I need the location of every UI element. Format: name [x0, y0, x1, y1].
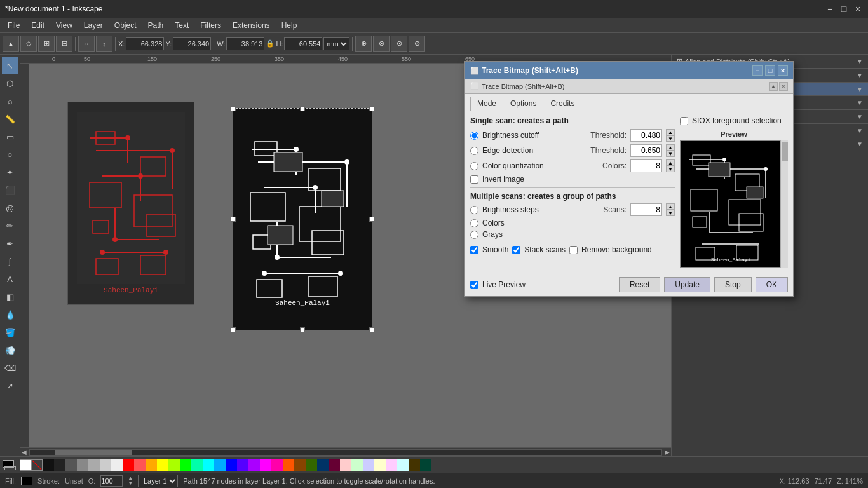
siox-label[interactable]: SIOX foreground selection — [692, 116, 782, 125]
menu-filters[interactable]: Filters — [195, 20, 226, 31]
stack-scans-checkbox[interactable] — [512, 246, 520, 254]
scroll-thumb[interactable] — [55, 450, 132, 455]
close-btn[interactable]: × — [853, 4, 863, 14]
smooth-checkbox[interactable] — [470, 246, 478, 254]
swatch-yellow-green[interactable] — [168, 459, 180, 471]
menu-help[interactable]: Help — [276, 20, 302, 31]
reset-button[interactable]: Reset — [619, 277, 660, 292]
tool-3d[interactable]: ⬛ — [2, 182, 18, 198]
color-quantization-radio[interactable] — [470, 162, 478, 170]
scroll-right-btn[interactable]: ▶ — [663, 449, 671, 456]
edge-detection-label[interactable]: Edge detection — [482, 146, 533, 155]
cq-spin-down[interactable]: ▼ — [666, 166, 675, 172]
swatch-red-orange[interactable] — [283, 459, 294, 471]
live-preview-label[interactable]: Live Preview — [482, 280, 526, 289]
menu-layer[interactable]: Layer — [79, 20, 108, 31]
minimize-btn[interactable]: − — [825, 4, 835, 14]
dialog-inner-btn2[interactable]: × — [779, 82, 788, 91]
siox-checkbox[interactable] — [680, 117, 688, 125]
tool-eraser[interactable]: ⌫ — [2, 360, 18, 376]
grays-radio[interactable] — [470, 231, 478, 239]
lock-icon[interactable]: 🔒 — [266, 39, 275, 48]
menu-view[interactable]: View — [51, 20, 78, 31]
fill-color-box[interactable] — [21, 477, 32, 485]
y-input[interactable] — [173, 37, 211, 50]
swatch-violet[interactable] — [248, 459, 260, 471]
toolbar-snap-1[interactable]: ⊕ — [355, 36, 372, 52]
swatch-light-gray[interactable] — [88, 459, 100, 471]
swatch-6[interactable] — [397, 459, 409, 471]
toolbar-flip-h[interactable]: ↔ — [78, 36, 95, 52]
h-input[interactable] — [284, 37, 322, 50]
swatch-1[interactable] — [340, 459, 351, 471]
selection-handle-bl[interactable] — [231, 327, 236, 332]
toolbar-transform[interactable]: ⊞ — [38, 36, 55, 52]
ok-button[interactable]: OK — [756, 277, 788, 292]
swatch-blue[interactable] — [226, 459, 237, 471]
edge-detection-radio[interactable] — [470, 147, 478, 155]
swatch-yellow[interactable] — [157, 459, 168, 471]
tool-connector[interactable]: ↗ — [2, 377, 18, 394]
swatch-orange[interactable] — [146, 459, 157, 471]
swatch-light-red[interactable] — [134, 459, 146, 471]
swatch-teal[interactable] — [191, 459, 203, 471]
bc-threshold-input[interactable] — [630, 129, 662, 142]
swatch-near-black[interactable] — [54, 459, 65, 471]
invert-image-label[interactable]: Invert image — [482, 175, 524, 184]
swatch-7[interactable] — [409, 459, 420, 471]
bs-scans-input[interactable] — [630, 203, 662, 216]
tool-pencil[interactable]: ✏ — [2, 217, 18, 234]
opacity-input[interactable] — [100, 475, 123, 487]
swatch-maroon[interactable] — [329, 459, 340, 471]
toolbar-snap-4[interactable]: ⊘ — [409, 36, 425, 52]
swatch-5[interactable] — [386, 459, 397, 471]
swatch-indigo[interactable] — [237, 459, 248, 471]
tool-node[interactable]: ⬡ — [2, 75, 18, 92]
menu-file[interactable]: File — [3, 20, 25, 31]
swatch-lighter-gray[interactable] — [100, 459, 111, 471]
stack-scans-label[interactable]: Stack scans — [524, 245, 566, 254]
brightness-steps-radio[interactable] — [470, 206, 478, 214]
toolbar-flip-v[interactable]: ↕ — [96, 36, 112, 52]
ed-spin-up[interactable]: ▲ — [666, 144, 675, 151]
tool-spray[interactable]: 💨 — [2, 342, 18, 358]
unit-select[interactable]: mmpxptcmin — [323, 37, 349, 50]
selection-handle-mr[interactable] — [369, 217, 374, 222]
toolbar-select[interactable]: ▲ — [3, 36, 19, 52]
swatch-3[interactable] — [363, 459, 374, 471]
remove-bg-label[interactable]: Remove background — [581, 245, 652, 254]
scroll-track[interactable] — [29, 449, 662, 456]
tool-star[interactable]: ✦ — [2, 164, 18, 180]
toolbar-snap-2[interactable]: ⊗ — [373, 36, 390, 52]
selection-handle-ml[interactable] — [231, 217, 236, 222]
selection-handle-tl[interactable] — [231, 106, 236, 111]
smooth-label[interactable]: Smooth — [482, 245, 508, 254]
tool-select[interactable]: ↖ — [2, 57, 18, 74]
swatch-dark-gray[interactable] — [65, 459, 77, 471]
swatch-dark-green[interactable] — [306, 459, 317, 471]
swatch-black[interactable] — [43, 459, 54, 471]
bs-spin-down[interactable]: ▼ — [666, 210, 675, 216]
swatch-white[interactable] — [20, 459, 31, 471]
tool-zoom[interactable]: ⌕ — [2, 93, 18, 109]
update-button[interactable]: Update — [664, 277, 710, 292]
brightness-cutoff-radio[interactable] — [470, 132, 478, 140]
invert-image-checkbox[interactable] — [470, 175, 478, 184]
swatch-navy[interactable] — [317, 459, 329, 471]
tool-text[interactable]: A — [2, 271, 18, 287]
tool-measure[interactable]: 📏 — [2, 111, 18, 127]
selection-handle-tm[interactable] — [300, 106, 305, 111]
dialog-close[interactable]: × — [778, 65, 788, 76]
brightness-cutoff-label[interactable]: Brightness cutoff — [482, 131, 539, 140]
colors-radio[interactable] — [470, 219, 478, 227]
horizontal-scrollbar[interactable]: ◀ ▶ — [20, 447, 671, 456]
brightness-steps-label[interactable]: Brightness steps — [482, 205, 539, 214]
swatch-magenta[interactable] — [260, 459, 271, 471]
scroll-left-btn[interactable]: ◀ — [20, 449, 28, 456]
layer-select[interactable]: -Layer 1 — [138, 475, 178, 487]
tool-spiral[interactable]: @ — [2, 200, 18, 216]
swatch-sky-blue[interactable] — [214, 459, 226, 471]
swatch-2[interactable] — [351, 459, 363, 471]
swatch-4[interactable] — [374, 459, 386, 471]
grays-label[interactable]: Grays — [482, 230, 503, 239]
